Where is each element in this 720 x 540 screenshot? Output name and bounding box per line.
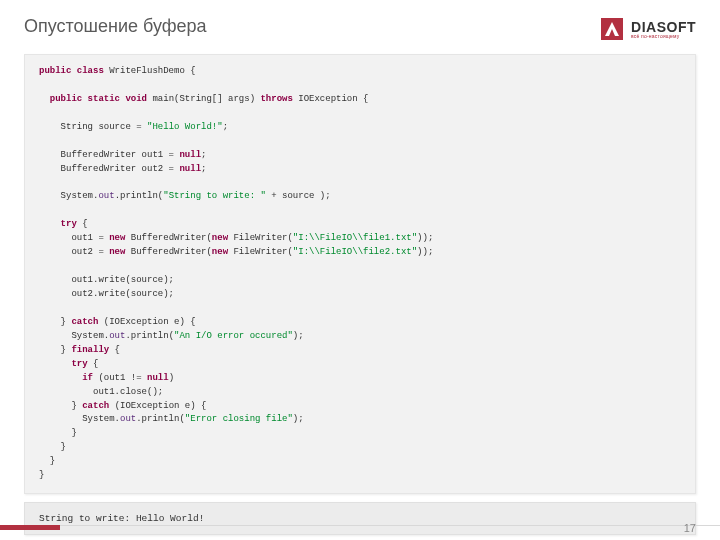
page-number: 17 <box>684 522 696 534</box>
code-block: public class WriteFlushDemo { public sta… <box>24 54 696 494</box>
footer-divider <box>0 525 720 526</box>
logo-tagline: всё по-настоящему <box>631 34 696 39</box>
logo-mark-icon <box>599 16 625 42</box>
logo-name: DIASOFT <box>631 20 696 34</box>
slide-title: Опустошение буфера <box>24 16 207 37</box>
footer-accent-bar <box>0 525 60 530</box>
logo: DIASOFT всё по-настоящему <box>599 16 696 42</box>
footer: 17 <box>0 514 720 540</box>
